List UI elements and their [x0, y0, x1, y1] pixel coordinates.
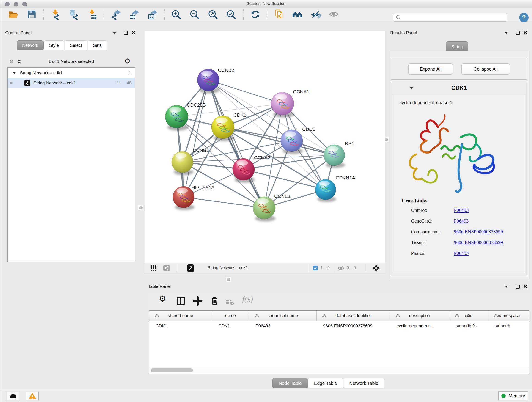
hidden-items-icon[interactable]	[337, 265, 344, 272]
table-columns-icon[interactable]	[176, 296, 186, 306]
refresh-view-icon[interactable]	[250, 9, 260, 20]
column-header-database-identifier[interactable]: database identifier	[317, 311, 390, 321]
results-tab-string[interactable]: String	[446, 41, 468, 52]
left-splitter-handle[interactable]	[138, 205, 143, 211]
column-header--id[interactable]: @id	[449, 311, 488, 321]
export-table-icon[interactable]	[129, 9, 139, 20]
table-cell[interactable]: P06493	[249, 321, 317, 331]
crosslink-link[interactable]: P06493	[454, 207, 469, 213]
export-image-icon[interactable]	[147, 9, 158, 20]
results-panel-close-icon[interactable]	[524, 31, 527, 35]
zoom-fit-content-icon[interactable]	[208, 9, 218, 20]
first-neighbors-icon[interactable]	[292, 9, 303, 20]
table-cell[interactable]: CDK1	[212, 321, 249, 331]
grid-view-icon[interactable]	[150, 265, 157, 272]
hide-selected-icon[interactable]	[310, 9, 321, 20]
results-panel-float-icon[interactable]	[516, 31, 520, 35]
crosslink-link[interactable]: 9606.ENSP00000378699	[454, 240, 503, 245]
column-header-description[interactable]: description	[390, 311, 449, 321]
network-canvas[interactable]: CCNB2 CCNA1 CDC25B CDK1 CDC6 RB1 CCNB1 C…	[145, 31, 385, 263]
network-node-CDK1[interactable]: CDK1	[211, 112, 246, 141]
table-add-icon[interactable]	[193, 296, 203, 306]
function-builder-icon[interactable]: f(x)	[242, 295, 258, 305]
network-node-CDC6[interactable]: CDC6	[281, 127, 315, 154]
table-cell[interactable]: 9606.ENSP00000378699	[317, 321, 390, 331]
tab-sets[interactable]: Sets	[88, 40, 107, 51]
control-panel-title: Control Panel	[5, 30, 32, 35]
control-panel-float-icon[interactable]	[124, 31, 128, 35]
table-cell[interactable]: cyclin-dependent ...	[390, 321, 449, 331]
network-node-RB1[interactable]: RB1	[324, 141, 354, 168]
control-panel-close-icon[interactable]	[132, 31, 135, 35]
table-gear-icon[interactable]: ⚙	[159, 294, 169, 304]
network-node-CCNA1[interactable]: CCNA1	[271, 89, 309, 118]
search-input[interactable]	[403, 15, 507, 20]
tab-network[interactable]: Network	[17, 40, 44, 51]
column-header-canonical-name[interactable]: canonical name	[249, 311, 317, 321]
table-panel-float-icon[interactable]	[516, 285, 520, 288]
control-panel-tabs: NetworkStyleSelectSets	[17, 40, 108, 51]
tab-style[interactable]: Style	[44, 40, 64, 51]
tab-select[interactable]: Select	[65, 40, 87, 51]
table-panel-close-icon[interactable]	[524, 285, 527, 289]
protein-structure-image	[404, 110, 500, 202]
expand-all-networks-icon[interactable]	[16, 59, 22, 65]
memory-button[interactable]: Memory	[498, 391, 528, 400]
table-cell[interactable]: stringdb:9...	[449, 321, 488, 331]
tab-edge-table[interactable]: Edge Table	[308, 378, 343, 389]
bottom-splitter-handle[interactable]	[226, 276, 231, 282]
network-collection-row[interactable]: String Network – cdk1 1	[7, 68, 135, 78]
network-panel-gear-icon[interactable]: ⚙	[124, 57, 130, 65]
delete-column-icon[interactable]	[226, 297, 234, 307]
results-panel-collapse-icon[interactable]	[505, 32, 508, 34]
table-hscrollbar-thumb[interactable]	[151, 368, 193, 372]
network-node-CCNB2[interactable]: CCNB2	[197, 67, 234, 93]
crosshair-icon[interactable]	[372, 264, 380, 273]
window-title: Session: New Session	[0, 1, 532, 6]
import-network-from-file-icon[interactable]	[50, 9, 61, 20]
column-header-namespace[interactable]: namespace	[488, 311, 530, 321]
selected-nodes-checkbox[interactable]	[313, 266, 318, 270]
warnings-button[interactable]	[26, 392, 39, 400]
network-edge[interactable]	[208, 80, 264, 208]
export-network-icon[interactable]	[111, 9, 121, 20]
column-header-name[interactable]: name	[212, 311, 249, 321]
table-row[interactable]: CDK1CDK1P064939606.ENSP00000378699cyclin…	[149, 321, 529, 331]
network-edge[interactable]	[208, 80, 283, 104]
share-view-icon[interactable]	[163, 265, 170, 272]
import-table-from-file-icon[interactable]	[87, 9, 97, 20]
toggle-graphics-details-icon[interactable]	[329, 9, 339, 20]
network-row[interactable]: String Network – cdk1 11 48	[7, 78, 135, 88]
crosslink-link[interactable]: P06493	[454, 218, 469, 224]
cloud-status-button[interactable]	[7, 392, 19, 400]
network-node-HIST1H1A[interactable]: HIST1H1A	[173, 185, 215, 210]
tab-node-table[interactable]: Node Table	[272, 378, 308, 389]
save-session-icon[interactable]	[26, 9, 37, 20]
gene-symbol: CDK1	[391, 85, 527, 91]
help-button[interactable]: ?	[519, 13, 529, 22]
clone-network-icon[interactable]	[274, 9, 284, 20]
birdseye-view-icon[interactable]	[187, 264, 194, 273]
network-node-CDKN1A[interactable]: CDKN1A	[315, 175, 355, 202]
network-edge[interactable]	[184, 197, 264, 208]
search-box[interactable]	[393, 13, 507, 22]
zoom-selected-icon[interactable]	[226, 9, 237, 20]
collapse-all-button[interactable]: Collapse All	[462, 64, 510, 75]
crosslink-link[interactable]: 9606.ENSP00000378699	[454, 229, 503, 235]
open-session-icon[interactable]	[8, 9, 19, 20]
table-panel-collapse-icon[interactable]	[505, 286, 508, 288]
collapse-all-networks-icon[interactable]	[8, 59, 14, 65]
zoom-out-icon[interactable]	[190, 9, 200, 20]
tab-network-table[interactable]: Network Table	[343, 378, 385, 389]
table-cell[interactable]: CDK1	[149, 321, 212, 331]
crosslink-link[interactable]: P06493	[454, 250, 469, 256]
column-header-shared-name[interactable]: shared name	[149, 311, 212, 321]
table-cell[interactable]: stringdb	[488, 321, 530, 331]
zoom-in-icon[interactable]	[171, 9, 182, 20]
table-delete-icon[interactable]	[210, 296, 220, 306]
import-network-from-database-icon[interactable]	[69, 9, 79, 20]
expand-all-button[interactable]: Expand All	[408, 64, 453, 75]
table-hscrollbar	[150, 367, 529, 373]
control-panel-collapse-icon[interactable]	[113, 32, 116, 34]
toolbar-separator	[243, 9, 244, 20]
